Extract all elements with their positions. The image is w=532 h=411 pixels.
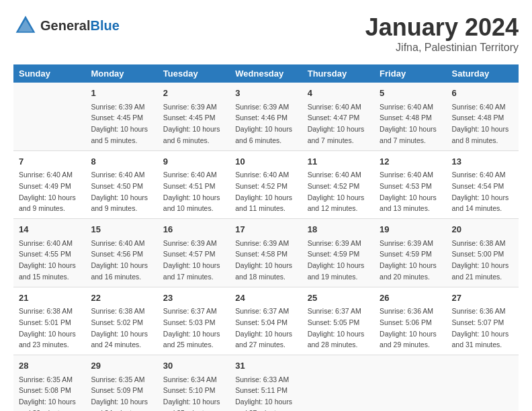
day-number: 31 [235,359,296,373]
col-header-thursday: Thursday [302,64,374,83]
col-header-wednesday: Wednesday [230,64,302,83]
day-info: Sunrise: 6:39 AM Sunset: 4:46 PM Dayligh… [235,103,292,144]
day-cell: 25Sunrise: 6:37 AM Sunset: 5:05 PM Dayli… [302,287,374,355]
day-number: 2 [163,87,224,100]
day-info: Sunrise: 6:39 AM Sunset: 4:59 PM Dayligh… [308,239,365,281]
day-info: Sunrise: 6:40 AM Sunset: 4:52 PM Dayligh… [308,171,365,212]
day-number: 24 [235,291,296,305]
day-number: 20 [452,223,513,236]
day-info: Sunrise: 6:35 AM Sunset: 5:09 PM Dayligh… [91,375,148,412]
day-info: Sunrise: 6:40 AM Sunset: 4:49 PM Dayligh… [19,171,76,212]
day-cell: 27Sunrise: 6:36 AM Sunset: 5:07 PM Dayli… [447,287,519,355]
day-number: 8 [91,155,152,169]
month-title: January 2024 [365,13,519,42]
day-number: 12 [380,155,441,169]
day-info: Sunrise: 6:38 AM Sunset: 5:00 PM Dayligh… [452,239,509,281]
day-info: Sunrise: 6:40 AM Sunset: 4:52 PM Dayligh… [235,171,292,212]
day-number: 22 [91,291,152,305]
day-cell: 26Sunrise: 6:36 AM Sunset: 5:06 PM Dayli… [374,287,446,355]
day-cell: 31Sunrise: 6:33 AM Sunset: 5:11 PM Dayli… [230,355,302,412]
logo: GeneralBlue [13,13,120,38]
day-cell: 23Sunrise: 6:37 AM Sunset: 5:03 PM Dayli… [158,287,230,355]
week-row-4: 21Sunrise: 6:38 AM Sunset: 5:01 PM Dayli… [13,287,519,355]
day-cell: 19Sunrise: 6:39 AM Sunset: 4:59 PM Dayli… [374,219,446,287]
day-cell: 20Sunrise: 6:38 AM Sunset: 5:00 PM Dayli… [447,219,519,287]
day-info: Sunrise: 6:38 AM Sunset: 5:01 PM Dayligh… [19,307,76,349]
day-info: Sunrise: 6:36 AM Sunset: 5:07 PM Dayligh… [452,307,509,349]
day-cell: 3Sunrise: 6:39 AM Sunset: 4:46 PM Daylig… [230,83,302,150]
day-cell: 5Sunrise: 6:40 AM Sunset: 4:48 PM Daylig… [374,83,446,150]
col-header-monday: Monday [85,64,157,83]
day-cell [374,355,446,412]
day-info: Sunrise: 6:39 AM Sunset: 4:57 PM Dayligh… [163,239,220,281]
day-cell [447,355,519,412]
day-info: Sunrise: 6:39 AM Sunset: 4:45 PM Dayligh… [91,103,148,144]
col-header-sunday: Sunday [13,64,85,83]
day-number: 26 [380,291,441,305]
day-cell: 12Sunrise: 6:40 AM Sunset: 4:53 PM Dayli… [374,150,446,219]
week-row-5: 28Sunrise: 6:35 AM Sunset: 5:08 PM Dayli… [13,355,519,412]
day-cell [302,355,374,412]
day-cell: 10Sunrise: 6:40 AM Sunset: 4:52 PM Dayli… [230,150,302,219]
day-cell: 30Sunrise: 6:34 AM Sunset: 5:10 PM Dayli… [158,355,230,412]
day-cell: 17Sunrise: 6:39 AM Sunset: 4:58 PM Dayli… [230,219,302,287]
day-info: Sunrise: 6:39 AM Sunset: 4:45 PM Dayligh… [163,103,220,144]
day-info: Sunrise: 6:40 AM Sunset: 4:50 PM Dayligh… [91,171,148,212]
day-cell: 7Sunrise: 6:40 AM Sunset: 4:49 PM Daylig… [13,150,85,219]
day-number: 23 [163,291,224,305]
day-number: 16 [163,223,224,236]
day-number: 28 [19,359,80,373]
day-cell: 16Sunrise: 6:39 AM Sunset: 4:57 PM Dayli… [158,219,230,287]
day-cell: 4Sunrise: 6:40 AM Sunset: 4:47 PM Daylig… [302,83,374,150]
day-cell: 6Sunrise: 6:40 AM Sunset: 4:48 PM Daylig… [447,83,519,150]
day-info: Sunrise: 6:36 AM Sunset: 5:06 PM Dayligh… [380,307,437,349]
col-header-saturday: Saturday [447,64,519,83]
logo-icon [13,13,38,38]
day-info: Sunrise: 6:39 AM Sunset: 4:59 PM Dayligh… [380,239,437,281]
header-row: SundayMondayTuesdayWednesdayThursdayFrid… [13,64,519,83]
day-info: Sunrise: 6:40 AM Sunset: 4:53 PM Dayligh… [380,171,437,212]
day-cell: 9Sunrise: 6:40 AM Sunset: 4:51 PM Daylig… [158,150,230,219]
day-cell: 8Sunrise: 6:40 AM Sunset: 4:50 PM Daylig… [85,150,157,219]
day-number: 7 [19,155,80,169]
logo-text: GeneralBlue [40,18,120,33]
day-info: Sunrise: 6:38 AM Sunset: 5:02 PM Dayligh… [91,307,148,349]
calendar-table: SundayMondayTuesdayWednesdayThursdayFrid… [13,64,519,411]
day-info: Sunrise: 6:39 AM Sunset: 4:58 PM Dayligh… [235,239,292,281]
day-cell: 2Sunrise: 6:39 AM Sunset: 4:45 PM Daylig… [158,83,230,150]
day-info: Sunrise: 6:33 AM Sunset: 5:11 PM Dayligh… [235,375,292,412]
day-number: 3 [235,87,296,100]
day-cell: 24Sunrise: 6:37 AM Sunset: 5:04 PM Dayli… [230,287,302,355]
page-header: GeneralBlue January 2024 Jifna, Palestin… [13,13,519,54]
day-number: 30 [163,359,224,373]
day-number: 14 [19,223,80,236]
day-number: 27 [452,291,513,305]
day-number: 5 [380,87,441,100]
day-cell: 15Sunrise: 6:40 AM Sunset: 4:56 PM Dayli… [85,219,157,287]
logo-blue-text: Blue [90,18,119,33]
day-number: 21 [19,291,80,305]
day-cell: 21Sunrise: 6:38 AM Sunset: 5:01 PM Dayli… [13,287,85,355]
day-cell: 14Sunrise: 6:40 AM Sunset: 4:55 PM Dayli… [13,219,85,287]
day-info: Sunrise: 6:37 AM Sunset: 5:04 PM Dayligh… [235,307,292,349]
day-number: 1 [91,87,152,100]
day-number: 13 [452,155,513,169]
day-cell: 13Sunrise: 6:40 AM Sunset: 4:54 PM Dayli… [447,150,519,219]
day-info: Sunrise: 6:40 AM Sunset: 4:55 PM Dayligh… [19,239,76,281]
day-cell: 1Sunrise: 6:39 AM Sunset: 4:45 PM Daylig… [85,83,157,150]
day-info: Sunrise: 6:35 AM Sunset: 5:08 PM Dayligh… [19,375,76,412]
location-text: Jifna, Palestinian Territory [365,42,519,54]
day-info: Sunrise: 6:37 AM Sunset: 5:03 PM Dayligh… [163,307,220,349]
day-cell: 28Sunrise: 6:35 AM Sunset: 5:08 PM Dayli… [13,355,85,412]
day-number: 17 [235,223,296,236]
day-info: Sunrise: 6:40 AM Sunset: 4:56 PM Dayligh… [91,239,148,281]
day-info: Sunrise: 6:34 AM Sunset: 5:10 PM Dayligh… [163,375,220,412]
day-number: 25 [308,291,369,305]
col-header-friday: Friday [374,64,446,83]
week-row-3: 14Sunrise: 6:40 AM Sunset: 4:55 PM Dayli… [13,219,519,287]
day-number: 6 [452,87,513,100]
week-row-2: 7Sunrise: 6:40 AM Sunset: 4:49 PM Daylig… [13,150,519,219]
day-number: 4 [308,87,369,100]
day-number: 9 [163,155,224,169]
day-info: Sunrise: 6:37 AM Sunset: 5:05 PM Dayligh… [308,307,365,349]
